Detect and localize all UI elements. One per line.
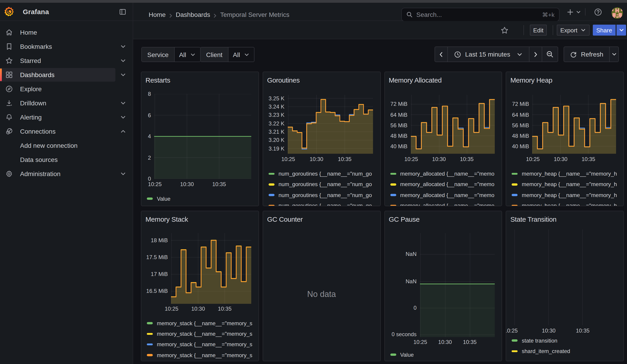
legend-item[interactable]: num_goroutines {__name__="num_go xyxy=(268,179,380,190)
legend-item[interactable]: memory_heap {__name__="memory_h xyxy=(512,190,624,201)
refresh-button[interactable]: Refresh xyxy=(564,47,609,62)
panel-memory-heap[interactable]: Memory Heap 72 MiB64 MiB56 MiB48 MiB40 M… xyxy=(506,72,624,206)
chart-plot-area[interactable] xyxy=(510,229,616,325)
x-axis-label: 10:30 xyxy=(554,156,568,162)
dashboard-canvas: Service All Client All Last 15 mi xyxy=(134,40,627,364)
variable-client-value[interactable]: All xyxy=(228,48,254,62)
legend-item[interactable]: memory_heap {__name__="memory_h xyxy=(512,201,624,206)
breadcrumb-home[interactable]: Home xyxy=(149,11,166,18)
variable-client: Client All xyxy=(200,47,255,62)
legend-series-color xyxy=(390,183,396,185)
y-axis-label: 40 MiB xyxy=(385,144,408,149)
panel-gc-pause[interactable]: GC Pause NaNNaN00 seconds10:2510:3010:35… xyxy=(384,211,502,361)
search-input[interactable]: Search... ⌘+k xyxy=(401,8,560,21)
favorite-star-icon[interactable] xyxy=(501,26,508,34)
chart-plot-area[interactable] xyxy=(411,95,495,154)
panel-memory-stack[interactable]: Memory Stack 18 MiB17.5 MiB17 MiB16.5 Mi… xyxy=(141,211,259,361)
chevron-down-icon[interactable] xyxy=(120,43,126,50)
legend-series-label: memory_heap {__name__="memory_h xyxy=(522,181,617,188)
legend-item[interactable]: shard_item_created xyxy=(512,346,624,357)
sidebar-item-bookmarks[interactable]: Bookmarks xyxy=(0,40,133,53)
time-shift-back-button[interactable] xyxy=(435,47,447,62)
panel-memory-allocated[interactable]: Memory Allocated 72 MiB64 MiB56 MiB48 Mi… xyxy=(384,72,502,206)
chevron-up-icon[interactable] xyxy=(120,128,126,135)
x-axis-label: 10:35 xyxy=(212,182,226,187)
legend-item[interactable]: memory_allocated {__name__="memo xyxy=(390,179,502,190)
sidebar-item-explore[interactable]: Explore xyxy=(0,82,133,96)
legend-series-color xyxy=(268,183,274,185)
legend-series-label: num_goroutines {__name__="num_go xyxy=(279,203,372,206)
chart-plot-area[interactable] xyxy=(154,94,251,179)
nav-sidebar: HomeBookmarksStarredDashboardsExploreDri… xyxy=(0,21,133,364)
user-avatar[interactable] xyxy=(612,7,623,19)
refresh-control: Refresh xyxy=(564,47,619,62)
y-axis-label: 18 MiB xyxy=(141,237,168,243)
y-axis-label: 16.5 MiB xyxy=(141,288,168,294)
zoom-out-icon xyxy=(546,51,554,58)
chart-plot-area[interactable] xyxy=(420,233,495,337)
legend-item[interactable]: state transition xyxy=(512,335,624,346)
legend-item[interactable]: memory_stack {__name__="memory_s xyxy=(147,350,259,361)
variable-service-value[interactable]: All xyxy=(174,48,200,62)
legend-item[interactable]: memory_stack {__name__="memory_s xyxy=(147,329,259,339)
chevron-down-icon[interactable] xyxy=(120,100,126,106)
sidebar-item-starred[interactable]: Starred xyxy=(0,54,133,67)
share-button[interactable]: Share xyxy=(593,25,616,36)
x-axis-label: 10:30 xyxy=(432,156,446,162)
legend-series-label: memory_allocated {__name__="memo xyxy=(400,203,494,206)
legend-item[interactable]: memory_heap {__name__="memory_h xyxy=(512,179,624,190)
chevron-down-icon[interactable] xyxy=(120,72,126,78)
panel-gc-counter[interactable]: GC Counter No data xyxy=(263,211,381,361)
chevron-left-icon xyxy=(438,51,444,57)
chevron-down-icon[interactable] xyxy=(120,171,126,177)
time-zoom-out-button[interactable] xyxy=(542,47,558,62)
new-button[interactable] xyxy=(567,3,581,21)
sidebar-item-data-sources[interactable]: Data sources xyxy=(0,153,133,166)
time-shift-forward-button[interactable] xyxy=(529,47,542,62)
export-button[interactable]: Export xyxy=(557,25,590,36)
panel-goroutines[interactable]: Goroutines 3.25 K3.24 K3.23 K3.22 K3.21 … xyxy=(263,72,381,206)
legend-item[interactable]: num_goroutines {__name__="num_go xyxy=(268,168,380,179)
legend-item[interactable]: num_goroutines {__name__="num_go xyxy=(268,190,380,201)
sidebar-item-connections[interactable]: Connections xyxy=(0,124,133,138)
share-menu-button[interactable] xyxy=(617,25,626,36)
legend-item[interactable]: memory_allocated {__name__="memo xyxy=(390,168,502,179)
chart-plot-area[interactable] xyxy=(532,95,616,154)
panel-legend: memory_heap {__name__="memory_hmemory_he… xyxy=(512,168,624,206)
sidebar-item-administration[interactable]: Administration xyxy=(0,167,133,181)
sidebar-item-alerting[interactable]: Alerting xyxy=(0,110,133,124)
legend-item[interactable]: memory_stack {__name__="memory_s xyxy=(147,318,259,329)
time-range-button[interactable]: Last 15 minutes xyxy=(447,47,529,62)
y-axis-label: 40 MiB xyxy=(506,144,529,149)
legend-item[interactable]: memory_heap {__name__="memory_h xyxy=(512,168,624,179)
help-button[interactable] xyxy=(594,3,602,21)
panel-state-transition[interactable]: State Transition 10:2510:3010:35state tr… xyxy=(506,211,624,361)
clock-icon xyxy=(454,51,461,58)
grafana-logo-icon[interactable] xyxy=(4,6,14,17)
sidebar-item-dashboards[interactable]: Dashboards xyxy=(0,68,115,82)
legend-series-color xyxy=(512,205,518,206)
legend-item[interactable]: num_goroutines {__name__="num_go xyxy=(268,201,380,206)
sidebar-item-add-new-connection[interactable]: Add new connection xyxy=(0,139,133,152)
legend-series-label: memory_stack {__name__="memory_s xyxy=(157,341,252,348)
panel-restarts[interactable]: Restarts 8642010:2510:3010:35Value xyxy=(141,72,259,206)
dock-menu-icon[interactable] xyxy=(119,9,126,15)
legend-item[interactable]: memory_allocated {__name__="memo xyxy=(390,201,502,206)
edit-button[interactable]: Edit xyxy=(530,25,547,36)
sidebar-item-home[interactable]: Home xyxy=(0,26,133,39)
legend-item[interactable]: Value xyxy=(390,349,502,360)
y-axis-label: 56 MiB xyxy=(506,122,529,128)
help-icon xyxy=(594,8,602,16)
legend-item[interactable]: memory_allocated {__name__="memo xyxy=(390,190,502,201)
chevron-down-icon xyxy=(619,27,624,33)
refresh-interval-button[interactable] xyxy=(609,47,618,62)
chevron-down-icon[interactable] xyxy=(120,57,126,64)
chart-plot-area[interactable] xyxy=(171,233,251,304)
chevron-down-icon[interactable] xyxy=(120,114,126,120)
sidebar-item-drilldown[interactable]: Drilldown xyxy=(0,96,133,110)
breadcrumb-dashboards[interactable]: Dashboards xyxy=(176,11,210,18)
legend-item[interactable]: memory_stack {__name__="memory_s xyxy=(147,339,259,350)
chart-plot-area[interactable] xyxy=(288,95,373,154)
y-axis-label: 3.22 K xyxy=(263,121,285,126)
legend-item[interactable]: Value xyxy=(147,193,259,204)
